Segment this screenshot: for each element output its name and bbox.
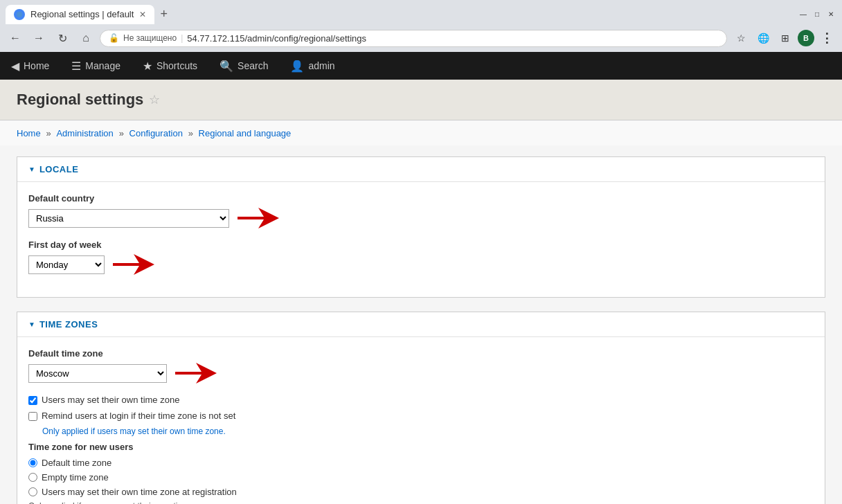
nav-search-label: Search <box>238 60 268 71</box>
active-tab[interactable]: Regional settings | default ✕ <box>6 5 154 24</box>
default-country-group: Default country Russia <box>28 193 814 228</box>
window-controls: — □ ✕ <box>798 9 836 20</box>
browser-chrome: Regional settings | default ✕ + — □ ✕ ← … <box>0 0 842 52</box>
bookmark-button[interactable]: ☆ <box>731 28 751 48</box>
manage-icon: ☰ <box>71 60 81 73</box>
extension-icon[interactable]: 🌐 <box>753 28 773 48</box>
checkbox-own-tz-row: Users may set their own time zone <box>28 395 814 405</box>
tab-bar: Regional settings | default ✕ + <box>6 4 173 24</box>
menu-button[interactable]: ⋮ <box>817 28 836 48</box>
nav-manage-label: Manage <box>85 60 120 71</box>
nav-shortcuts-label: Shortcuts <box>156 60 197 71</box>
address-actions: ☆ 🌐 ⊞ B ⋮ <box>731 28 836 48</box>
address-input[interactable]: 🔓 Не защищено | 54.77.172.115/admin/conf… <box>100 30 727 47</box>
reload-button[interactable]: ↻ <box>53 28 72 48</box>
nav-home[interactable]: ◀ Home <box>0 52 60 80</box>
locale-collapse-icon[interactable]: ▼ <box>28 165 35 173</box>
first-day-select[interactable]: Monday <box>28 255 105 274</box>
main-content: ▼ LOCALE Default country Russia First da… <box>0 145 842 504</box>
tab-title: Regional settings | default <box>30 9 134 19</box>
locale-section-header: ▼ LOCALE <box>17 157 825 182</box>
radio-own-tz[interactable] <box>28 487 37 496</box>
search-icon: 🔍 <box>220 60 233 73</box>
radio-empty-tz-row: Empty time zone <box>28 472 814 483</box>
arrow-week <box>113 254 154 275</box>
nav-admin-label: admin <box>308 60 334 71</box>
maximize-button[interactable]: □ <box>812 9 823 20</box>
apps-icon[interactable]: ⊞ <box>776 28 795 48</box>
tab-favicon <box>14 9 25 20</box>
favorite-star-icon[interactable]: ☆ <box>149 92 160 107</box>
timezones-collapse-icon[interactable]: ▼ <box>28 321 35 328</box>
title-bar: Regional settings | default ✕ + — □ ✕ <box>0 0 842 24</box>
breadcrumb-sep-3: » <box>188 128 196 138</box>
timezones-section-body: Default time zone Moscow Users may set t… <box>17 337 825 504</box>
new-users-tz-label: Time zone for new users <box>28 442 814 452</box>
checkbox-own-tz[interactable] <box>28 396 37 405</box>
locale-section-body: Default country Russia First day of week… <box>17 182 825 297</box>
page-header: Regional settings ☆ <box>0 80 842 120</box>
security-label: Не защищено <box>123 33 177 43</box>
home-icon: ◀ <box>11 60 19 73</box>
profile-button[interactable]: B <box>798 30 814 46</box>
checkbox-own-tz-label: Users may set their own time zone <box>42 395 179 405</box>
nav-shortcuts[interactable]: ★ Shortcuts <box>132 52 208 80</box>
remind-tz-hint: Only applied if users may set their own … <box>42 426 814 436</box>
new-tab-button[interactable]: + <box>154 4 173 24</box>
first-day-group: First day of week Monday <box>28 240 814 275</box>
breadcrumb-sep-1: » <box>46 128 54 138</box>
radio-empty-tz[interactable] <box>28 473 37 482</box>
address-bar: ← → ↻ ⌂ 🔓 Не защищено | 54.77.172.115/ad… <box>0 24 842 52</box>
nav-manage[interactable]: ☰ Manage <box>60 52 132 80</box>
svg-marker-3 <box>175 363 217 384</box>
security-icon: 🔓 <box>109 33 119 43</box>
radio-default-tz[interactable] <box>28 458 37 467</box>
nav-admin[interactable]: 👤 admin <box>279 52 346 80</box>
nav-search[interactable]: 🔍 Search <box>208 52 279 80</box>
user-icon: 👤 <box>290 60 304 73</box>
breadcrumb: Home » Administration » Configuration » … <box>0 120 842 145</box>
minimize-button[interactable]: — <box>798 9 809 20</box>
default-tz-select[interactable]: Moscow <box>28 364 167 383</box>
first-day-row: Monday <box>28 254 814 275</box>
breadcrumb-home[interactable]: Home <box>17 128 41 138</box>
back-button[interactable]: ← <box>6 28 25 48</box>
arrow-country <box>238 208 279 228</box>
svg-marker-2 <box>113 254 154 275</box>
default-country-row: Russia <box>28 208 814 228</box>
new-users-tz-group: Time zone for new users Default time zon… <box>28 442 814 504</box>
radio-default-tz-row: Default time zone <box>28 458 814 468</box>
page-title: Regional settings <box>17 91 143 109</box>
default-tz-label: Default time zone <box>28 348 814 359</box>
shortcuts-icon: ★ <box>143 60 152 73</box>
tab-close-button[interactable]: ✕ <box>139 10 146 19</box>
locale-section-title: LOCALE <box>39 164 78 174</box>
radio-default-tz-label: Default time zone <box>42 458 111 468</box>
default-country-label: Default country <box>28 193 814 204</box>
timezones-section-header: ▼ TIME ZONES <box>17 312 825 337</box>
checkbox-remind-tz-label: Remind users at login if their time zone… <box>42 411 235 421</box>
nav-home-label: Home <box>24 60 49 71</box>
radio-empty-tz-label: Empty time zone <box>42 472 109 483</box>
breadcrumb-configuration[interactable]: Configuration <box>129 128 183 138</box>
default-tz-row: Moscow <box>28 363 814 384</box>
radio-own-tz-row: Users may set their own time zone at reg… <box>28 487 814 497</box>
locale-section: ▼ LOCALE Default country Russia First da… <box>17 156 825 298</box>
breadcrumb-administration[interactable]: Administration <box>56 128 113 138</box>
home-button[interactable]: ⌂ <box>76 28 96 48</box>
first-day-label: First day of week <box>28 240 814 250</box>
forward-button[interactable]: → <box>29 28 48 48</box>
close-button[interactable]: ✕ <box>825 9 836 20</box>
svg-marker-1 <box>238 208 279 228</box>
arrow-tz <box>175 363 217 384</box>
default-tz-group: Default time zone Moscow <box>28 348 814 384</box>
radio-own-tz-label: Users may set their own time zone at reg… <box>42 487 237 497</box>
radio-hint: Only applied if users may set their own … <box>28 501 814 504</box>
timezones-section-title: TIME ZONES <box>39 319 98 330</box>
breadcrumb-regional[interactable]: Regional and language <box>199 128 292 138</box>
breadcrumb-sep-2: » <box>119 128 127 138</box>
default-country-select[interactable]: Russia <box>28 209 229 228</box>
timezones-section: ▼ TIME ZONES Default time zone Moscow <box>17 312 825 504</box>
checkbox-remind-tz-row: Remind users at login if their time zone… <box>28 411 814 421</box>
checkbox-remind-tz[interactable] <box>28 412 37 421</box>
